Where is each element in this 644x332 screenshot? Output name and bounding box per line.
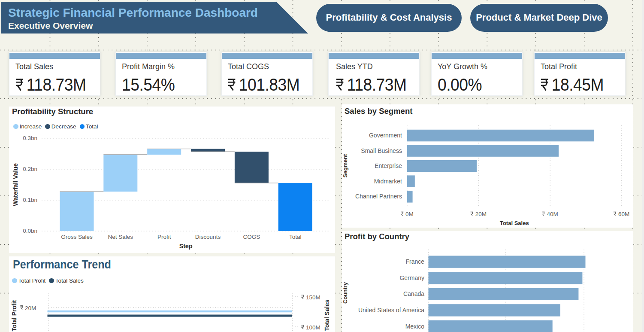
svg-text:0.0bn: 0.0bn	[23, 228, 37, 234]
svg-text:0.3bn: 0.3bn	[23, 135, 37, 141]
svg-text:60M: 60M	[618, 211, 629, 217]
svg-text:0.1bn: 0.1bn	[23, 197, 37, 203]
svg-text:Canada: Canada	[403, 290, 424, 297]
svg-text:Step: Step	[179, 243, 193, 250]
svg-text:150M: 150M	[306, 294, 320, 301]
svg-text:Enterprise: Enterprise	[375, 162, 402, 169]
svg-text:Waterfall Value: Waterfall Value	[12, 163, 19, 206]
svg-text:100M: 100M	[306, 324, 320, 331]
svg-text:20M: 20M	[475, 211, 487, 217]
svg-text:France: France	[405, 258, 424, 265]
svg-text:40M: 40M	[547, 211, 558, 217]
svg-text:Germany: Germany	[399, 274, 424, 281]
svg-text:Mexico: Mexico	[405, 323, 425, 330]
svg-text:Country: Country	[342, 282, 348, 304]
svg-text:COGS: COGS	[243, 234, 260, 240]
svg-text:Channel Partners: Channel Partners	[355, 193, 402, 200]
svg-text:0M: 0M	[405, 211, 414, 217]
svg-text:Net Sales: Net Sales	[108, 234, 133, 240]
svg-text:0.2bn: 0.2bn	[23, 166, 37, 172]
svg-text:Segment: Segment	[342, 154, 348, 178]
svg-text:Small Business: Small Business	[361, 147, 402, 154]
svg-text:20M: 20M	[25, 305, 36, 311]
svg-text:Total Sales: Total Sales	[324, 299, 330, 331]
svg-text:Profit: Profit	[157, 234, 171, 240]
svg-text:Discounts: Discounts	[195, 234, 221, 240]
svg-text:Midmarket: Midmarket	[374, 178, 402, 185]
svg-text:United States of America: United States of America	[358, 307, 424, 314]
svg-text:Government: Government	[369, 132, 402, 139]
svg-text:Total Profit: Total Profit	[11, 300, 18, 331]
svg-text:Gross Sales: Gross Sales	[61, 234, 93, 240]
svg-text:Total Sales: Total Sales	[500, 220, 529, 226]
svg-text:Total: Total	[289, 234, 302, 240]
